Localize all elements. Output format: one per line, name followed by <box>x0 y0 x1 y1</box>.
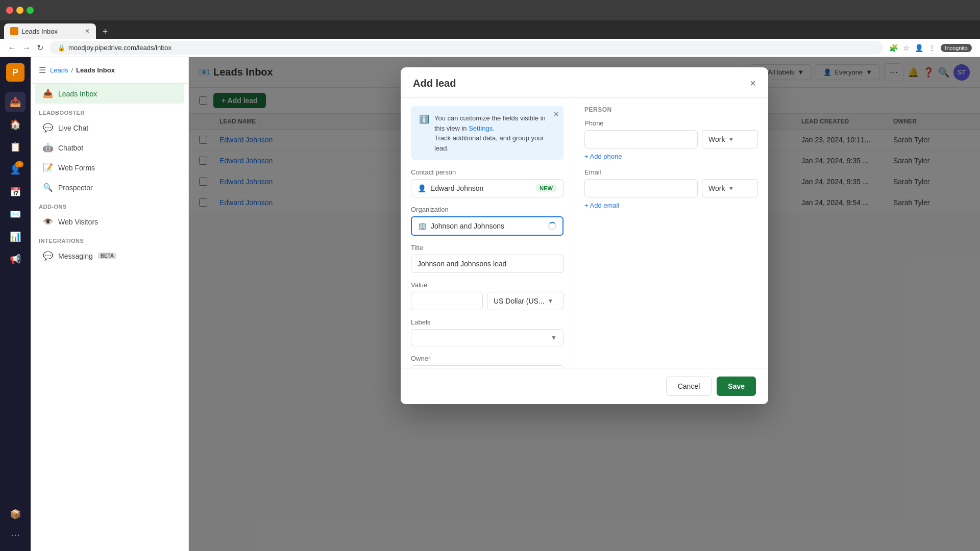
sidebar-item-reports[interactable]: 📊 <box>5 227 26 247</box>
left-panel: ☰ Leads / Leads Inbox 📥 Leads Inbox LEAD… <box>31 57 189 551</box>
email-label: Email <box>584 168 758 176</box>
nav-item-prospector[interactable]: 🔍 Prospector <box>35 178 184 197</box>
nav-item-prospector-label: Prospector <box>58 184 93 192</box>
profile-icon[interactable]: 👤 <box>915 44 923 52</box>
phone-row: Work ▼ <box>584 130 758 148</box>
email-group: Email Work ▼ + Add email <box>584 168 758 209</box>
leads-inbox-icon: 📥 <box>43 89 53 98</box>
sidebar-toggle-icon[interactable]: ☰ <box>39 65 46 75</box>
settings-link[interactable]: Settings. <box>469 124 495 132</box>
new-tab-btn[interactable]: + <box>98 24 112 39</box>
nav-item-live-chat-label: Live Chat <box>58 124 88 132</box>
email-input[interactable] <box>584 179 698 197</box>
settings-icon[interactable]: ⋮ <box>928 44 936 52</box>
email-row: Work ▼ <box>584 179 758 197</box>
add-phone-link[interactable]: + Add phone <box>584 153 758 160</box>
sidebar-item-announcements[interactable]: 📢 <box>5 249 26 269</box>
breadcrumb-parent[interactable]: Leads <box>50 66 68 74</box>
title-input[interactable] <box>411 255 564 273</box>
info-banner-close-btn[interactable]: ✕ <box>553 110 559 118</box>
window-controls <box>6 7 34 14</box>
value-group: Value US Dollar (US... ▼ <box>411 281 564 310</box>
integrations-section-label: INTEGRATIONS <box>31 232 188 246</box>
org-icon: 🏢 <box>418 222 427 230</box>
live-chat-icon: 💬 <box>43 123 53 133</box>
addons-section-label: ADD-ONS <box>31 197 188 212</box>
phone-input[interactable] <box>584 130 698 148</box>
nav-item-messaging-label: Messaging <box>58 252 93 260</box>
owner-group: Owner Sarah Tyler (You) ▼ <box>411 355 564 368</box>
currency-chevron: ▼ <box>548 297 554 305</box>
value-label: Value <box>411 281 564 289</box>
nav-item-chatbot[interactable]: 🤖 Chatbot <box>35 138 184 158</box>
window-max-btn[interactable] <box>27 7 34 14</box>
sidebar-item-activities[interactable]: 📅 <box>5 182 26 202</box>
title-label: Title <box>411 244 564 252</box>
nav-item-web-forms[interactable]: 📝 Web Forms <box>35 158 184 178</box>
cancel-button[interactable]: Cancel <box>666 377 712 396</box>
owner-label: Owner <box>411 355 564 362</box>
breadcrumb-current: Leads Inbox <box>76 66 115 74</box>
sidebar-item-more[interactable]: ⋯ <box>5 524 26 545</box>
phone-type-chevron: ▼ <box>728 136 734 143</box>
loading-spinner <box>548 222 556 230</box>
sidebar-item-home[interactable]: 🏠 <box>5 114 26 135</box>
nav-item-live-chat[interactable]: 💬 Live Chat <box>35 118 184 138</box>
dialog-overlay: Add lead × ℹ️ You can customize the fiel… <box>189 57 980 551</box>
new-badge: NEW <box>535 184 557 192</box>
window-close-btn[interactable] <box>6 7 13 14</box>
leadbooster-section-label: LEADBOOSTER <box>31 104 188 118</box>
sidebar-item-deals[interactable]: 📋 <box>5 137 26 157</box>
info-icon: ℹ️ <box>419 114 429 153</box>
save-button[interactable]: Save <box>717 377 756 396</box>
breadcrumb: Leads / Leads Inbox <box>50 66 115 74</box>
labels-select[interactable]: ▼ <box>411 329 564 346</box>
contact-input[interactable] <box>430 184 531 192</box>
info-text: You can customize the fields visible in … <box>434 113 555 153</box>
dialog-close-btn[interactable]: × <box>750 78 756 89</box>
contacts-badge: 7 <box>15 161 23 167</box>
incognito-badge: Incognito <box>941 44 972 52</box>
dialog-footer: Cancel Save <box>401 368 768 404</box>
organization-group: Organization 🏢 <box>411 206 564 236</box>
url-text: moodjoy.pipedrive.com/leads/inbox <box>68 44 172 52</box>
browser-titlebar <box>0 0 980 20</box>
back-btn[interactable]: ← <box>8 43 16 53</box>
nav-item-web-visitors[interactable]: 👁️ Web Visitors <box>35 212 184 232</box>
labels-label: Labels <box>411 318 564 326</box>
address-bar: ← → ↻ 🔒 moodjoy.pipedrive.com/leads/inbo… <box>0 39 980 57</box>
web-forms-icon: 📝 <box>43 163 53 172</box>
prospector-icon: 🔍 <box>43 183 53 192</box>
email-type-select[interactable]: Work ▼ <box>702 179 758 197</box>
window-min-btn[interactable] <box>16 7 23 14</box>
browser-actions: 🧩 ☆ 👤 ⋮ Incognito <box>889 44 972 52</box>
extensions-icon[interactable]: 🧩 <box>889 44 898 52</box>
nav-item-messaging[interactable]: 💬 Messaging BETA <box>35 246 184 266</box>
sidebar-item-leads[interactable]: 📥 <box>5 92 26 112</box>
forward-btn[interactable]: → <box>22 43 31 53</box>
value-input[interactable] <box>411 292 483 310</box>
active-tab[interactable]: Leads Inbox ✕ <box>4 23 96 39</box>
nav-item-leads-inbox[interactable]: 📥 Leads Inbox <box>35 84 184 104</box>
breadcrumb-separator: / <box>71 66 73 74</box>
refresh-btn[interactable]: ↻ <box>37 43 43 53</box>
labels-group: Labels ▼ <box>411 318 564 346</box>
messaging-icon: 💬 <box>43 251 53 261</box>
phone-type-text: Work <box>708 135 725 143</box>
sidebar-item-products[interactable]: 📦 <box>5 504 26 524</box>
phone-type-select[interactable]: Work ▼ <box>702 130 758 148</box>
currency-select[interactable]: US Dollar (US... ▼ <box>487 292 564 310</box>
sidebar-item-mail[interactable]: ✉️ <box>5 204 26 224</box>
bookmark-icon[interactable]: ☆ <box>903 44 910 52</box>
url-bar[interactable]: 🔒 moodjoy.pipedrive.com/leads/inbox <box>50 41 883 55</box>
info-sub-text: Track additional data, and group your le… <box>434 134 544 152</box>
app-logo[interactable]: P <box>6 63 24 82</box>
add-email-link[interactable]: + Add email <box>584 202 758 209</box>
sidebar-item-contacts[interactable]: 👤 7 <box>5 159 26 180</box>
dialog-title: Add lead <box>413 78 456 89</box>
org-input[interactable] <box>431 222 544 230</box>
left-panel-header: ☰ Leads / Leads Inbox <box>31 57 188 84</box>
org-label: Organization <box>411 206 564 213</box>
tab-close-btn[interactable]: ✕ <box>85 28 90 35</box>
info-banner: ℹ️ You can customize the fields visible … <box>411 106 564 160</box>
